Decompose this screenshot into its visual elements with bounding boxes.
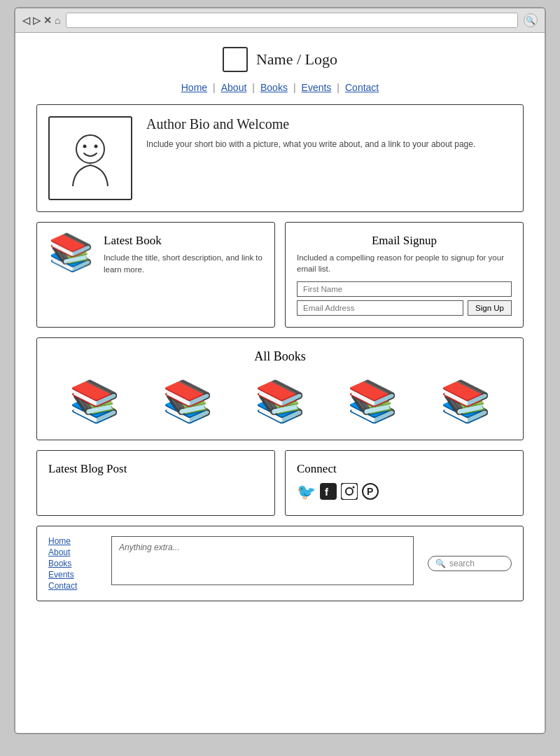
address-bar[interactable]	[66, 13, 518, 28]
nav-about[interactable]: About	[216, 82, 253, 93]
footer-search[interactable]: 🔍 search	[428, 556, 512, 571]
bottom-row: Latest Blog Post Connect 🐦 f P	[36, 450, 524, 516]
nav-bar: Home | About | Books | Events | Contact	[176, 82, 385, 93]
footer-nav: Home About Books Events Contact	[48, 536, 97, 591]
book-icon-large: 📚	[48, 234, 94, 270]
footer-search-placeholder: search	[449, 559, 475, 568]
svg-point-7	[353, 486, 355, 489]
email-signup-desc: Included a compelling reason for people …	[297, 252, 512, 274]
back-icon[interactable]: ◁	[22, 15, 30, 26]
middle-row: 📚 Latest Book Include the title, short d…	[36, 222, 524, 328]
site-header: Name / Logo Home | About | Books | Event…	[36, 47, 524, 93]
signup-button[interactable]: Sign Up	[468, 300, 512, 316]
footer-extra-box: Anything extra...	[111, 536, 414, 585]
svg-point-0	[76, 135, 104, 163]
all-books-section: All Books 📚 📚 📚 📚 📚	[36, 337, 524, 440]
nav-home[interactable]: Home	[176, 82, 213, 93]
close-icon[interactable]: ✕	[43, 15, 52, 26]
logo-area: Name / Logo	[223, 47, 337, 72]
browser-nav-icons: ◁ ▷ ✕ ⌂	[22, 15, 60, 26]
nav-books[interactable]: Books	[255, 82, 293, 93]
latest-book-text: Latest Book Include the title, short des…	[104, 234, 263, 276]
all-books-title: All Books	[48, 349, 512, 364]
book-item-4[interactable]: 📚	[347, 381, 398, 421]
facebook-icon[interactable]: f	[320, 483, 337, 504]
forward-icon[interactable]: ▷	[33, 15, 41, 26]
author-avatar	[48, 116, 132, 200]
footer: Home About Books Events Contact Anything…	[36, 526, 524, 601]
book-item-5[interactable]: 📚	[440, 381, 491, 421]
book-item-3[interactable]: 📚	[255, 381, 305, 421]
instagram-icon[interactable]	[341, 483, 358, 504]
connect-title: Connect	[297, 462, 512, 476]
email-signup-section: Email Signup Included a compelling reaso…	[285, 222, 524, 328]
latest-book-inner: 📚 Latest Book Include the title, short d…	[48, 234, 263, 276]
avatar-svg	[59, 127, 122, 190]
footer-nav-books[interactable]: Books	[48, 559, 97, 568]
book-item-1[interactable]: 📚	[69, 381, 120, 421]
footer-search-icon: 🔍	[435, 559, 446, 568]
footer-nav-home[interactable]: Home	[48, 536, 97, 546]
nav-contact[interactable]: Contact	[340, 82, 384, 93]
book-item-2[interactable]: 📚	[162, 381, 213, 421]
footer-nav-about[interactable]: About	[48, 547, 97, 557]
browser-window: ◁ ▷ ✕ ⌂ 🔍 Name / Logo Home | About | Boo…	[14, 7, 546, 734]
bio-title: Author Bio and Welcome	[146, 116, 475, 132]
latest-blog-section: Latest Blog Post	[36, 450, 275, 516]
page-content: Name / Logo Home | About | Books | Event…	[15, 33, 545, 733]
latest-book-section: 📚 Latest Book Include the title, short d…	[36, 222, 275, 328]
latest-book-title: Latest Book	[104, 234, 263, 248]
pinterest-icon[interactable]: P	[362, 483, 379, 504]
twitter-icon[interactable]: 🐦	[297, 483, 316, 504]
email-signup-title: Email Signup	[297, 234, 512, 248]
svg-text:P: P	[367, 486, 373, 497]
nav-events[interactable]: Events	[296, 82, 337, 93]
latest-book-desc: Include the title, short description, an…	[104, 252, 263, 276]
email-form: Sign Up	[297, 281, 512, 316]
connect-section: Connect 🐦 f P	[285, 450, 524, 516]
books-grid: 📚 📚 📚 📚 📚	[48, 374, 512, 428]
logo-text: Name / Logo	[256, 50, 337, 69]
author-bio-text: Author Bio and Welcome Include your shor…	[146, 116, 475, 150]
browser-search-icon[interactable]: 🔍	[524, 13, 538, 27]
home-icon[interactable]: ⌂	[55, 15, 60, 26]
svg-point-1	[83, 145, 87, 148]
social-icons: 🐦 f P	[297, 483, 512, 504]
footer-nav-events[interactable]: Events	[48, 570, 97, 580]
logo-box	[223, 47, 248, 72]
bio-description: Include your short bio with a picture, w…	[146, 138, 475, 150]
svg-point-6	[346, 488, 353, 495]
svg-rect-5	[341, 483, 358, 500]
author-bio: Author Bio and Welcome Include your shor…	[48, 116, 512, 200]
browser-toolbar: ◁ ▷ ✕ ⌂ 🔍	[15, 8, 545, 33]
author-bio-section: Author Bio and Welcome Include your shor…	[36, 104, 524, 212]
footer-nav-contact[interactable]: Contact	[48, 581, 97, 591]
first-name-input[interactable]	[297, 281, 512, 297]
email-address-input[interactable]	[297, 300, 463, 316]
latest-blog-title: Latest Blog Post	[48, 462, 263, 476]
svg-point-2	[94, 145, 98, 148]
svg-rect-3	[320, 483, 337, 500]
email-form-row: Sign Up	[297, 300, 512, 316]
